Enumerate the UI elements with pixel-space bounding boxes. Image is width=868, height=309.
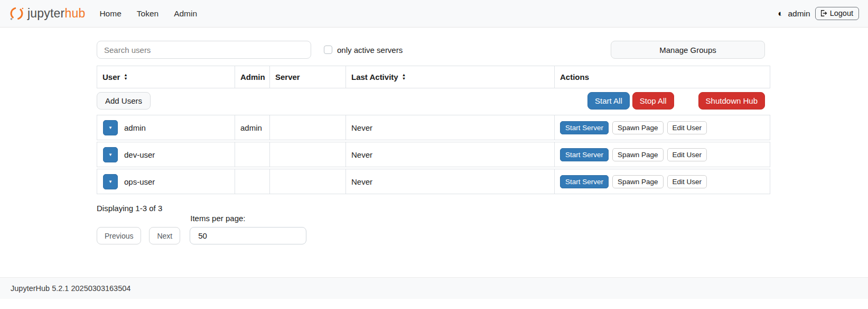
last-activity-cell: Never xyxy=(346,169,554,194)
nav-link-admin[interactable]: Admin xyxy=(174,9,197,19)
user-dropdown-toggle[interactable]: ▼ xyxy=(103,120,118,135)
brand-text: jupyterhub xyxy=(27,6,85,21)
username-label: admin xyxy=(124,123,146,132)
header-server: Server xyxy=(269,66,346,88)
user-cell: ▼ ops-user xyxy=(97,169,235,194)
table-toolbar-row: Add Users Start All Stop All Shutdown Hu… xyxy=(97,88,770,113)
search-input[interactable] xyxy=(97,41,311,59)
admin-cell xyxy=(235,169,269,194)
start-server-button[interactable]: Start Server xyxy=(560,175,609,188)
footer: JupyterHub 5.2.1 20250303163504 xyxy=(0,277,868,299)
stop-all-button[interactable]: Stop All xyxy=(632,92,674,110)
actions-cell: Start Server Spawn Page Edit User xyxy=(554,115,770,140)
add-users-button[interactable]: Add Users xyxy=(97,92,151,110)
admin-cell xyxy=(235,142,269,167)
admin-panel: only active servers Manage Groups User ▲… xyxy=(97,41,770,244)
username-label: ops-user xyxy=(124,177,155,186)
header-last-activity-label: Last Activity xyxy=(351,72,398,81)
nav-links: Home Token Admin xyxy=(99,9,197,19)
caret-down-icon: ▼ xyxy=(108,125,113,130)
pagination-summary: Displaying 1-3 of 3 xyxy=(97,204,770,213)
edit-user-button[interactable]: Edit User xyxy=(667,121,707,134)
pagination-controls: Previous Next Items per page: xyxy=(97,214,770,244)
admin-flag: admin xyxy=(240,123,262,132)
bulk-actions: Start All Stop All Shutdown Hub xyxy=(587,92,765,110)
edit-user-button[interactable]: Edit User xyxy=(667,175,707,188)
start-all-button[interactable]: Start All xyxy=(587,92,630,110)
last-activity-cell: Never xyxy=(346,115,554,140)
last-activity-label: Never xyxy=(351,177,372,186)
caret-down-icon: ▼ xyxy=(108,152,113,157)
current-user-label: admin xyxy=(788,9,810,19)
user-dropdown-toggle[interactable]: ▼ xyxy=(103,174,118,189)
sort-arrows-icon[interactable]: ▲▼ xyxy=(124,74,127,80)
spawn-page-button[interactable]: Spawn Page xyxy=(612,175,664,188)
only-active-checkbox[interactable] xyxy=(324,46,332,54)
theme-toggle-icon[interactable]: ◐ xyxy=(778,9,783,18)
user-dropdown-toggle[interactable]: ▼ xyxy=(103,147,118,162)
last-activity-cell: Never xyxy=(346,142,554,167)
table-row: ▼ admin admin Never Start Server Spawn P… xyxy=(97,115,770,140)
logout-button[interactable]: Logout xyxy=(815,7,859,20)
table-row: ▼ dev-user Never Start Server Spawn Page… xyxy=(97,142,770,167)
server-cell xyxy=(269,142,346,167)
version-label: JupyterHub 5.2.1 20250303163504 xyxy=(11,284,130,293)
header-user-label: User xyxy=(102,72,120,81)
items-per-page-block: Items per page: xyxy=(190,214,306,244)
logout-icon xyxy=(820,10,827,17)
username-label: dev-user xyxy=(124,150,155,159)
user-cell: ▼ admin xyxy=(97,115,235,140)
spawn-page-button[interactable]: Spawn Page xyxy=(612,148,664,161)
logout-label: Logout xyxy=(830,9,853,17)
nav-link-token[interactable]: Token xyxy=(137,9,158,19)
active-servers-filter: only active servers xyxy=(324,46,403,54)
last-activity-label: Never xyxy=(351,123,372,132)
nav-link-home[interactable]: Home xyxy=(99,9,121,19)
items-per-page-input[interactable] xyxy=(190,227,306,244)
caret-down-icon: ▼ xyxy=(108,179,113,184)
table-row: ▼ ops-user Never Start Server Spawn Page… xyxy=(97,169,770,194)
admin-cell: admin xyxy=(235,115,269,140)
next-page-button[interactable]: Next xyxy=(149,227,180,244)
manage-groups-button[interactable]: Manage Groups xyxy=(611,41,765,59)
sort-arrows-icon[interactable]: ▲▼ xyxy=(402,74,406,80)
actions-cell: Start Server Spawn Page Edit User xyxy=(554,142,770,167)
edit-user-button[interactable]: Edit User xyxy=(667,148,707,161)
user-cell: ▼ dev-user xyxy=(97,142,235,167)
controls-row: only active servers Manage Groups xyxy=(97,41,770,59)
start-server-button[interactable]: Start Server xyxy=(560,148,609,161)
table-header-row: User ▲▼ Admin Server Last Activity ▲▼ Ac… xyxy=(97,66,770,88)
header-user[interactable]: User ▲▼ xyxy=(97,66,235,88)
shutdown-hub-button[interactable]: Shutdown Hub xyxy=(698,92,765,110)
spawn-page-button[interactable]: Spawn Page xyxy=(612,121,664,134)
server-cell xyxy=(269,169,346,194)
actions-cell: Start Server Spawn Page Edit User xyxy=(554,169,770,194)
header-admin: Admin xyxy=(235,66,269,88)
jupyterhub-logo-icon xyxy=(9,6,24,21)
header-actions: Actions xyxy=(554,66,770,88)
only-active-label: only active servers xyxy=(337,46,403,54)
top-navbar: jupyterhub Home Token Admin ◐ admin Logo… xyxy=(0,0,868,28)
navbar-right: ◐ admin Logout xyxy=(778,7,859,20)
header-actions-label: Actions xyxy=(560,72,589,81)
items-per-page-label: Items per page: xyxy=(190,214,306,223)
jupyterhub-logo[interactable]: jupyterhub xyxy=(9,6,85,21)
previous-page-button[interactable]: Previous xyxy=(97,227,141,244)
start-server-button[interactable]: Start Server xyxy=(560,121,609,134)
users-table: User ▲▼ Admin Server Last Activity ▲▼ Ac… xyxy=(97,66,770,194)
header-admin-label: Admin xyxy=(240,72,265,81)
header-last-activity[interactable]: Last Activity ▲▼ xyxy=(346,66,554,88)
header-server-label: Server xyxy=(275,72,300,81)
last-activity-label: Never xyxy=(351,150,372,159)
server-cell xyxy=(269,115,346,140)
